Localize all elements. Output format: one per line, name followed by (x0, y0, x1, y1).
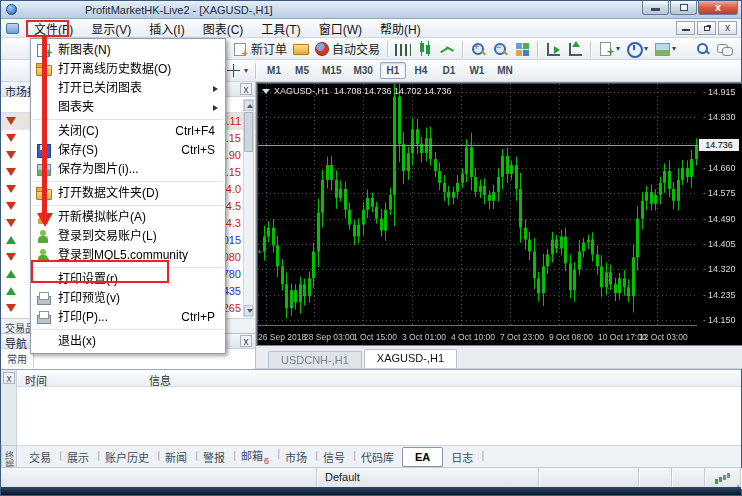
autotrade-icon (315, 42, 329, 56)
chat-icon (716, 41, 732, 57)
chat-button[interactable] (713, 40, 735, 58)
status-cell (1, 468, 317, 489)
crosshair-button[interactable]: ▾ (223, 62, 251, 80)
bar-chart-button[interactable] (392, 41, 414, 57)
autotrade-button[interactable]: 自动交易 (312, 39, 383, 58)
file-menu-item[interactable]: 登录到交易账户(L) (31, 227, 225, 246)
templates-button[interactable]: ▾ (651, 40, 679, 58)
chart-menu-icon[interactable] (262, 89, 270, 94)
file-menu-item[interactable]: 打开离线历史数据(O) (31, 60, 225, 79)
zoom-in-button[interactable]: + (467, 40, 489, 58)
market-watch-scrollbar[interactable] (243, 99, 254, 317)
price-axis[interactable]: 14.91514.83014.74514.66014.57514.49014.4… (698, 84, 742, 324)
file-menu-item[interactable]: 保存为图片(i)... (31, 160, 225, 179)
time-column-header[interactable]: 时间 (25, 372, 47, 388)
file-menu-item[interactable]: 保存(S)Ctrl+S (31, 141, 225, 160)
chevron-down-icon[interactable]: ▾ (244, 66, 248, 75)
menu-item-2[interactable]: 插入(I) (140, 18, 193, 39)
zoom-in-icon: + (470, 41, 486, 57)
file-menu-item[interactable]: 退出(x) (31, 332, 225, 351)
tile-windows-button[interactable] (511, 40, 533, 58)
menu-item-6[interactable]: 帮助(H) (371, 18, 430, 39)
periods-button[interactable]: ▾ (623, 40, 651, 58)
indicators-button[interactable]: ▾ (595, 40, 623, 58)
terminal-tab-市场[interactable]: 市场 (277, 447, 315, 467)
chart-symbol: XAGUSD-,H1 (274, 86, 329, 96)
arrow-down-icon (6, 304, 16, 312)
timeframe-m1[interactable]: M1 (261, 62, 287, 79)
minimize-button[interactable] (642, 1, 669, 15)
chart-shift-button[interactable] (564, 40, 586, 58)
menu-item-1[interactable]: 显示(V) (82, 18, 140, 39)
time-tick-label: 28 Sep 03:00 (304, 332, 355, 342)
timeframe-d1[interactable]: D1 (436, 62, 462, 79)
profile-name[interactable]: Default (317, 468, 539, 489)
chart-tab-usdcnhh1[interactable]: USDCNH-,H1 (268, 351, 362, 368)
file-menu-item[interactable]: 打印预览(v) (31, 289, 225, 308)
terminal-tab-EA[interactable]: EA (402, 447, 443, 467)
scrollbar-thumb[interactable] (244, 112, 253, 152)
file-menu-item[interactable]: 开新模拟帐户(A) (31, 208, 225, 227)
file-menu-item[interactable]: 图表夹 (31, 98, 225, 117)
chart-tab-xagusdh1[interactable]: XAGUSD-,H1 (364, 349, 457, 368)
terminal-tab-信号[interactable]: 信号 (315, 447, 353, 467)
candlestick-chart[interactable] (258, 84, 699, 326)
chevron-down-icon[interactable]: ▾ (672, 44, 676, 53)
child-window-icon[interactable] (6, 23, 19, 34)
candlestick-button[interactable] (414, 40, 436, 58)
time-axis[interactable]: 26 Sep 201828 Sep 03:001 Oct 15:003 Oct … (258, 325, 697, 344)
chevron-down-icon[interactable]: ▾ (616, 44, 620, 53)
terminal-tab-展示[interactable]: 展示 (59, 447, 97, 467)
title-bar[interactable]: ProfitMarketHK-Live2 - [XAGUSD-,H1] x (1, 1, 741, 19)
annotation-arrow-head (37, 213, 53, 227)
timeframe-w1[interactable]: W1 (464, 62, 490, 79)
file-menu-item[interactable]: 打开数据文件夹(D) (31, 184, 225, 203)
child-restore-button[interactable] (697, 21, 716, 35)
scroll-up-icon[interactable] (244, 100, 253, 111)
terminal-tab-账户历史[interactable]: 账户历史 (97, 447, 157, 467)
scroll-down-icon[interactable] (244, 305, 253, 316)
arrow-down-icon (6, 202, 16, 210)
timeframe-m30[interactable]: M30 (348, 62, 377, 79)
timeframe-m5[interactable]: M5 (289, 62, 315, 79)
timeframe-mn[interactable]: MN (492, 62, 518, 79)
child-close-button[interactable]: x (718, 21, 737, 35)
terminal-tab-新闻[interactable]: 新闻 (157, 447, 195, 467)
terminal-tab-代码库[interactable]: 代码库 (353, 447, 402, 467)
window-bottom-border (1, 487, 741, 495)
zoom-out-button[interactable]: − (489, 40, 511, 58)
menu-item-4[interactable]: 工具(T) (252, 18, 309, 39)
child-minimize-button[interactable] (676, 21, 695, 35)
close-button[interactable]: x (698, 1, 738, 15)
file-menu-item[interactable]: 关闭(C)Ctrl+F4 (31, 122, 225, 141)
line-chart-icon (439, 41, 455, 57)
close-icon[interactable]: x (3, 372, 15, 384)
chevron-down-icon[interactable]: ▾ (644, 44, 648, 53)
candlestick-icon (417, 41, 433, 57)
timeframe-m15[interactable]: M15 (317, 62, 346, 79)
maximize-button[interactable] (670, 1, 697, 15)
envelope-icon (293, 44, 309, 55)
close-icon[interactable]: x (240, 335, 252, 347)
file-menu-item[interactable]: 打开已关闭图表 (31, 79, 225, 98)
menu-item-3[interactable]: 图表(C) (194, 18, 253, 39)
search-button[interactable] (691, 40, 713, 58)
timeframe-h4[interactable]: H4 (408, 62, 434, 79)
auto-scroll-button[interactable] (542, 40, 564, 58)
terminal-tab-交易[interactable]: 交易 (21, 447, 59, 467)
message-column-header[interactable]: 信息 (149, 372, 171, 388)
terminal-header: 时间 信息 (17, 370, 741, 387)
app-logo-icon (6, 4, 17, 15)
menu-item-5[interactable]: 窗口(W) (310, 18, 371, 39)
timeframe-h1[interactable]: H1 (380, 62, 406, 79)
file-menu-item[interactable]: 打印(P)...Ctrl+P (31, 308, 225, 327)
chart-plot-area[interactable]: XAGUSD-,H1 14.708 14.736 14.702 14.736 (258, 84, 699, 326)
terminal-tab-警报[interactable]: 警报 (195, 447, 233, 467)
envelope-button[interactable] (290, 41, 312, 56)
close-icon[interactable]: x (240, 83, 252, 95)
new-order-button[interactable]: 新订单 (229, 39, 290, 58)
line-chart-button[interactable] (436, 40, 458, 58)
terminal-tab-邮箱[interactable]: 邮箱6 (233, 445, 277, 467)
terminal-tab-日志[interactable]: 日志 (443, 447, 481, 467)
file-menu-item[interactable]: 新图表(N) (31, 41, 225, 60)
